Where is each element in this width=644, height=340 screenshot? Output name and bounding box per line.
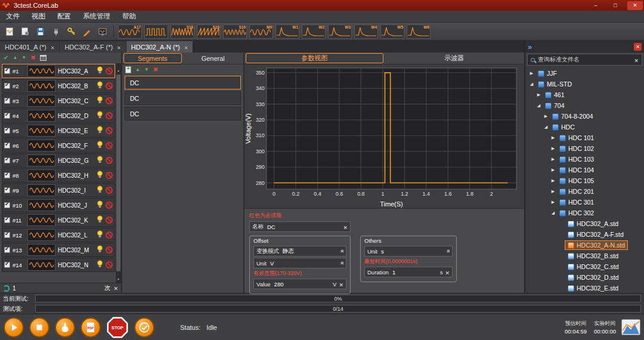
tree-expand-icon[interactable]: ▶: [550, 157, 556, 162]
tree-item[interactable]: ▶ HDC 105: [525, 175, 644, 186]
wave-preset-button[interactable]: M9: [249, 24, 273, 39]
others-unit-field[interactable]: Unit s: [364, 246, 453, 256]
collapse-icon[interactable]: [339, 250, 345, 253]
wave-preset-button[interactable]: A17: [118, 24, 142, 39]
tree-expand-icon[interactable]: ▶: [528, 71, 535, 76]
collapse-icon[interactable]: [445, 250, 451, 253]
menu-item[interactable]: 文件: [0, 11, 26, 22]
bulb-icon[interactable]: [97, 200, 103, 211]
param-view-tab[interactable]: 参数视图: [246, 53, 383, 63]
wave-preset-button[interactable]: W1: [275, 24, 299, 39]
connect-icon[interactable]: [49, 24, 63, 39]
tree-item[interactable]: HDC302_D.std: [525, 272, 644, 283]
tab-close-icon[interactable]: [117, 44, 121, 51]
channel-checkbox[interactable]: [4, 172, 10, 178]
tree-expand-icon[interactable]: ▶: [550, 189, 556, 194]
menu-item[interactable]: 视图: [26, 11, 51, 22]
channel-checkbox[interactable]: [4, 157, 10, 163]
segment-delete-icon[interactable]: [153, 67, 158, 73]
bulb-icon[interactable]: [97, 245, 103, 255]
wave-preset-button[interactable]: W6: [407, 24, 431, 39]
bulb-icon[interactable]: [97, 259, 103, 270]
tree-item[interactable]: ▶ HDC 201: [525, 186, 644, 197]
emergency-stop-button[interactable]: STOP: [106, 316, 129, 339]
clear-duration-icon[interactable]: [445, 267, 450, 277]
menu-item[interactable]: 系统管理: [77, 11, 116, 22]
ban-icon[interactable]: [106, 97, 113, 104]
channel-row[interactable]: #7 HDC302_G: [2, 153, 115, 168]
tree-expand-icon[interactable]: ◢: [535, 103, 542, 108]
tree-expand-icon[interactable]: ▶: [543, 114, 549, 119]
tree-item[interactable]: ▶ JJF: [525, 68, 644, 79]
channel-checkbox[interactable]: [4, 83, 10, 89]
wave-preset-button[interactable]: S19: [223, 24, 247, 39]
check-all-icon[interactable]: [4, 55, 8, 61]
channel-row[interactable]: #2 HDC302_B: [2, 79, 115, 93]
tree-item[interactable]: ▶ HDC 102: [525, 143, 644, 154]
ban-icon[interactable]: [106, 261, 113, 268]
channel-row[interactable]: #3 HDC302_C: [2, 94, 115, 108]
tree-item[interactable]: ▶ 461: [525, 89, 644, 100]
clear-value-icon[interactable]: [339, 279, 343, 289]
tree-item[interactable]: ▶ HDC 101: [525, 132, 644, 143]
mode-field[interactable]: 变换模式 静态: [253, 246, 346, 256]
offset-unit-field[interactable]: Unit V: [253, 258, 346, 268]
segment-item[interactable]: DC: [125, 91, 241, 105]
menu-item[interactable]: 配置: [51, 11, 77, 22]
ban-icon[interactable]: [106, 157, 113, 164]
wave-preset-button[interactable]: W3: [328, 24, 352, 39]
ban-icon[interactable]: [106, 217, 113, 224]
channel-checkbox[interactable]: [4, 113, 10, 119]
wave-preset-button[interactable]: W4: [354, 24, 378, 39]
tree-expand-icon[interactable]: ▶: [550, 168, 556, 172]
clear-search-icon[interactable]: [634, 54, 639, 65]
channel-checkbox[interactable]: [4, 202, 10, 208]
tree-item[interactable]: ▶ HDC 301: [525, 197, 644, 208]
channel-row[interactable]: #14 HDC302_N: [2, 258, 115, 272]
ban-icon[interactable]: [106, 142, 113, 149]
bulb-icon[interactable]: [97, 66, 103, 76]
probe-icon[interactable]: [80, 24, 94, 39]
duration-field[interactable]: Duration 1 s: [364, 267, 453, 277]
panel-close-button[interactable]: [634, 43, 642, 51]
ban-icon[interactable]: [106, 187, 113, 194]
channel-checkbox[interactable]: [4, 247, 10, 253]
ban-icon[interactable]: [106, 172, 113, 179]
tree-expand-icon[interactable]: ◢: [550, 211, 556, 215]
channel-checkbox[interactable]: [4, 143, 10, 149]
stop-button[interactable]: [29, 317, 49, 338]
channel-row[interactable]: #11 HDC302_K: [2, 213, 115, 227]
bulb-icon[interactable]: [97, 125, 103, 136]
ban-icon[interactable]: [106, 231, 113, 239]
bulb-icon[interactable]: [97, 155, 103, 166]
scroll-down-icon[interactable]: [117, 272, 120, 283]
bulb-icon[interactable]: [97, 140, 103, 151]
bulb-icon[interactable]: [97, 185, 103, 196]
tree-item[interactable]: ▶ HDC 103: [525, 154, 644, 165]
collapse-icon[interactable]: [339, 262, 345, 265]
channel-delete-icon[interactable]: [30, 55, 35, 61]
minimize-button[interactable]: [588, 1, 603, 10]
tree-item[interactable]: HDC302_A-F.std: [525, 229, 644, 240]
bulb-icon[interactable]: [97, 215, 103, 225]
channel-row[interactable]: #1 HDC302_A: [2, 64, 115, 78]
segment-down-icon[interactable]: [144, 67, 149, 72]
document-tab[interactable]: HDC401_A (*): [0, 41, 60, 52]
tree-expand-icon[interactable]: ▶: [550, 146, 556, 151]
channel-row[interactable]: #8 HDC302_H: [2, 168, 115, 183]
standards-search-box[interactable]: 查询标准文件名: [527, 54, 642, 66]
ban-icon[interactable]: [106, 112, 113, 119]
tree-expand-icon[interactable]: ▶: [550, 178, 556, 183]
wave-preset-button[interactable]: W5: [380, 24, 404, 39]
channel-checkbox[interactable]: [4, 262, 10, 268]
save-icon[interactable]: [34, 24, 47, 39]
value-field[interactable]: Value 280 V: [253, 279, 346, 289]
channel-down-icon[interactable]: [21, 55, 26, 60]
channel-checkbox[interactable]: [4, 217, 10, 223]
maximize-button[interactable]: [608, 1, 623, 10]
segment-tab[interactable]: General: [184, 53, 243, 63]
ban-icon[interactable]: [106, 127, 113, 134]
selfcheck-button[interactable]: [134, 317, 154, 338]
tree-item[interactable]: ▶ 704-8-2004: [525, 111, 644, 122]
document-tab[interactable]: HDC302_A-N (*): [126, 41, 194, 52]
